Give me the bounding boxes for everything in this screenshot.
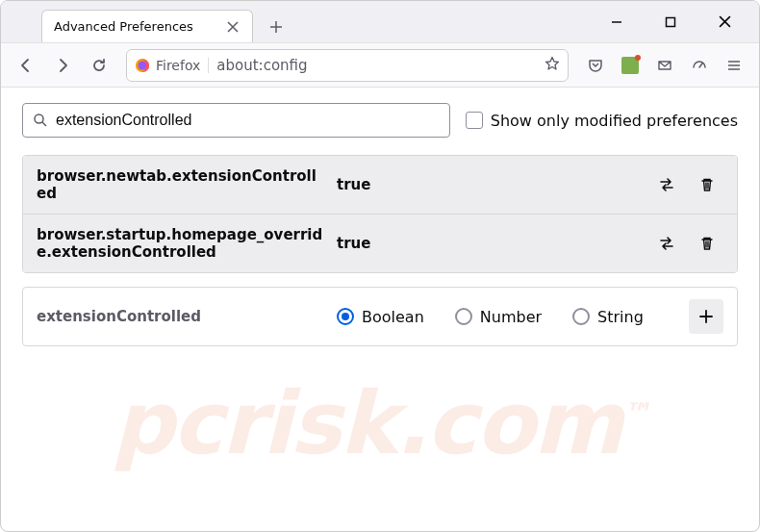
add-pref-button[interactable] [689,299,723,334]
close-window-button[interactable] [709,7,740,38]
identity-label: Firefox [156,58,200,73]
pref-row[interactable]: browser.newtab.extensionControlled true [23,156,737,214]
titlebar: Advanced Preferences [1,1,759,43]
svg-rect-0 [667,17,675,26]
forward-button[interactable] [47,50,78,81]
checkbox-icon [466,112,483,129]
toggle-button[interactable] [650,168,683,201]
svg-point-2 [139,61,147,69]
url-bar[interactable]: Firefox about:config [126,49,569,82]
search-box[interactable] [22,103,450,138]
checkbox-label: Show only modified preferences [491,112,738,130]
radio-label: Boolean [362,308,424,326]
pref-actions [650,227,723,260]
menu-button[interactable] [719,50,749,81]
new-tab-button[interactable] [261,12,291,42]
watermark: pcrisk.com™ [112,372,648,473]
radio-label: Number [480,308,542,326]
radio-number[interactable]: Number [455,308,542,326]
radio-icon [572,308,590,325]
content-area: Show only modified preferences browser.n… [1,88,759,362]
tab-active[interactable]: Advanced Preferences [41,10,253,42]
search-row: Show only modified preferences [22,103,738,138]
dashboard-icon[interactable] [684,50,715,81]
show-modified-checkbox[interactable]: Show only modified preferences [466,112,738,130]
bookmark-star-icon[interactable] [545,56,560,74]
pocket-icon[interactable] [580,50,611,81]
url-text: about:config [216,57,537,74]
new-pref-row: extensionControlled Boolean Number Strin… [22,287,738,346]
pref-name: browser.startup.homepage_override.extens… [37,226,325,261]
addon-icon[interactable] [615,50,646,81]
pref-value: true [337,235,639,252]
search-icon [33,113,48,128]
pref-name: browser.newtab.extensionControlled [37,167,325,202]
type-radio-group: Boolean Number String [337,308,677,326]
nav-toolbar: Firefox about:config [1,43,759,88]
delete-button[interactable] [691,168,723,201]
back-button[interactable] [11,50,41,81]
pref-table: browser.newtab.extensionControlled true … [22,155,738,273]
reload-button[interactable] [84,50,114,81]
maximize-button[interactable] [655,7,686,38]
radio-label: String [597,308,644,326]
minimize-button[interactable] [601,7,632,38]
radio-icon [455,308,472,325]
new-pref-name: extensionControlled [37,308,325,325]
toggle-button[interactable] [650,227,683,260]
radio-string[interactable]: String [572,308,644,326]
pref-actions [650,168,723,201]
svg-point-3 [35,114,43,123]
tab-title: Advanced Preferences [54,19,217,34]
pref-row[interactable]: browser.startup.homepage_override.extens… [23,214,737,272]
search-input[interactable] [56,112,440,129]
toolbar-icons [580,50,749,81]
radio-icon [337,308,354,325]
window-controls [582,7,759,38]
radio-boolean[interactable]: Boolean [337,308,424,326]
mail-icon[interactable] [649,50,680,81]
delete-button[interactable] [691,227,723,260]
firefox-icon [135,58,150,73]
tab-strip: Advanced Preferences [1,1,291,42]
close-icon[interactable] [225,19,241,35]
pref-value: true [337,176,639,193]
identity-box[interactable]: Firefox [135,58,209,73]
